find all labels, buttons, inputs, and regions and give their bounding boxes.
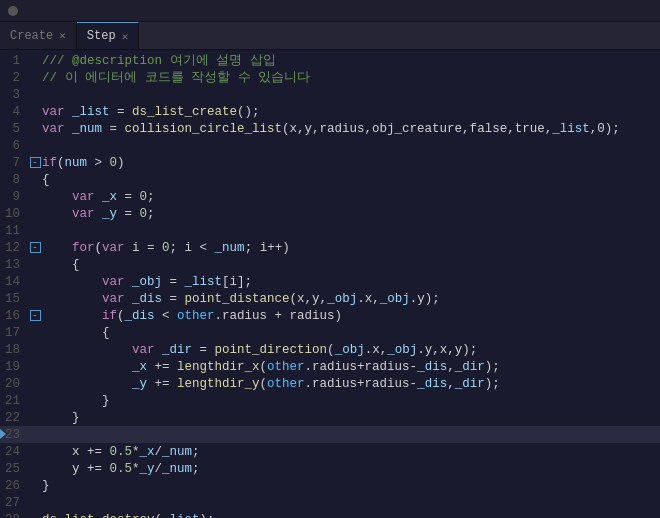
line-number-26: 26 (0, 479, 28, 493)
code-content-10: var _y = 0; (42, 207, 155, 221)
code-content-12: for(var i = 0; i < _num; i++) (42, 241, 290, 255)
line-number-15: 15 (0, 292, 28, 306)
code-content-5: var _num = collision_circle_list(x,y,rad… (42, 122, 620, 136)
line-number-8: 8 (0, 173, 28, 187)
title-bar (0, 0, 660, 22)
code-content-20: _y += lengthdir_y(other.radius+radius-_d… (42, 377, 500, 391)
code-line-13: 13 { (0, 256, 660, 273)
code-content-17: { (42, 326, 110, 340)
tab-create-close[interactable]: ✕ (59, 29, 66, 42)
code-line-18: 18 var _dir = point_direction(_obj.x,_ob… (0, 341, 660, 358)
code-line-26: 26} (0, 477, 660, 494)
code-content-21: } (42, 394, 110, 408)
line-number-28: 28 (0, 513, 28, 519)
line-number-13: 13 (0, 258, 28, 272)
code-line-21: 21 } (0, 392, 660, 409)
code-line-1: 1/// @description 여기에 설명 삽입 (0, 52, 660, 69)
code-content-7: if(num > 0) (42, 156, 125, 170)
code-line-15: 15 var _dis = point_distance(x,y,_obj.x,… (0, 290, 660, 307)
code-content-4: var _list = ds_list_create(); (42, 105, 260, 119)
tab-step-label: Step (87, 29, 116, 43)
code-line-14: 14 var _obj = _list[i]; (0, 273, 660, 290)
line-number-10: 10 (0, 207, 28, 221)
code-line-19: 19 _x += lengthdir_x(other.radius+radius… (0, 358, 660, 375)
line-number-2: 2 (0, 71, 28, 85)
line-number-16: 16 (0, 309, 28, 323)
fold-button-16[interactable]: - (30, 310, 41, 321)
line-number-14: 14 (0, 275, 28, 289)
fold-button-7[interactable]: - (30, 157, 41, 168)
line-number-1: 1 (0, 54, 28, 68)
code-line-5: 5var _num = collision_circle_list(x,y,ra… (0, 120, 660, 137)
code-line-7: 7-if(num > 0) (0, 154, 660, 171)
code-line-23: 23 (0, 426, 660, 443)
code-line-20: 20 _y += lengthdir_y(other.radius+radius… (0, 375, 660, 392)
code-content-9: var _x = 0; (42, 190, 155, 204)
code-line-11: 11 (0, 222, 660, 239)
tab-step-close[interactable]: ✕ (122, 30, 129, 43)
code-content-13: { (42, 258, 80, 272)
line-number-20: 20 (0, 377, 28, 391)
line-number-18: 18 (0, 343, 28, 357)
code-line-16: 16- if(_dis < other.radius + radius) (0, 307, 660, 324)
line-number-25: 25 (0, 462, 28, 476)
line-number-21: 21 (0, 394, 28, 408)
code-line-28: 28ds_list_destroy(_list); (0, 511, 660, 518)
code-line-4: 4var _list = ds_list_create(); (0, 103, 660, 120)
code-content-22: } (42, 411, 80, 425)
line-number-27: 27 (0, 496, 28, 510)
fold-button-12[interactable]: - (30, 242, 41, 253)
line-number-9: 9 (0, 190, 28, 204)
code-content-15: var _dis = point_distance(x,y,_obj.x,_ob… (42, 292, 440, 306)
code-line-17: 17 { (0, 324, 660, 341)
line-number-7: 7 (0, 156, 28, 170)
code-content-1: /// @description 여기에 설명 삽입 (42, 52, 276, 69)
line-number-12: 12 (0, 241, 28, 255)
tab-create-label: Create (10, 29, 53, 43)
line-number-5: 5 (0, 122, 28, 136)
code-line-24: 24 x += 0.5*_x/_num; (0, 443, 660, 460)
line-number-11: 11 (0, 224, 28, 238)
code-content-19: _x += lengthdir_x(other.radius+radius-_d… (42, 360, 500, 374)
code-content-26: } (42, 479, 50, 493)
line-number-24: 24 (0, 445, 28, 459)
code-content-14: var _obj = _list[i]; (42, 275, 252, 289)
code-line-2: 2// 이 에디터에 코드를 작성할 수 있습니다 (0, 69, 660, 86)
code-content-2: // 이 에디터에 코드를 작성할 수 있습니다 (42, 69, 310, 86)
code-content-24: x += 0.5*_x/_num; (42, 445, 200, 459)
fold-col-7[interactable]: - (28, 157, 42, 168)
line-number-6: 6 (0, 139, 28, 153)
window-icon (8, 6, 18, 16)
fold-col-16[interactable]: - (28, 310, 42, 321)
tab-bar: Create ✕ Step ✕ (0, 22, 660, 50)
code-line-9: 9 var _x = 0; (0, 188, 660, 205)
code-content-16: if(_dis < other.radius + radius) (42, 309, 342, 323)
code-line-6: 6 (0, 137, 660, 154)
line-number-17: 17 (0, 326, 28, 340)
tab-create[interactable]: Create ✕ (0, 22, 77, 49)
code-content-28: ds_list_destroy(_list); (42, 513, 215, 519)
code-editor: 1/// @description 여기에 설명 삽입2// 이 에디터에 코드… (0, 50, 660, 518)
code-content-8: { (42, 173, 50, 187)
code-line-10: 10 var _y = 0; (0, 205, 660, 222)
line-number-4: 4 (0, 105, 28, 119)
code-line-22: 22 } (0, 409, 660, 426)
code-content-25: y += 0.5*_y/_num; (42, 462, 200, 476)
line-number-22: 22 (0, 411, 28, 425)
code-line-3: 3 (0, 86, 660, 103)
code-line-8: 8{ (0, 171, 660, 188)
code-line-25: 25 y += 0.5*_y/_num; (0, 460, 660, 477)
code-line-12: 12- for(var i = 0; i < _num; i++) (0, 239, 660, 256)
tab-step[interactable]: Step ✕ (77, 22, 139, 49)
line-number-19: 19 (0, 360, 28, 374)
fold-col-12[interactable]: - (28, 242, 42, 253)
code-line-27: 27 (0, 494, 660, 511)
current-line-arrow (0, 429, 6, 439)
code-content-18: var _dir = point_direction(_obj.x,_obj.y… (42, 343, 477, 357)
line-number-3: 3 (0, 88, 28, 102)
